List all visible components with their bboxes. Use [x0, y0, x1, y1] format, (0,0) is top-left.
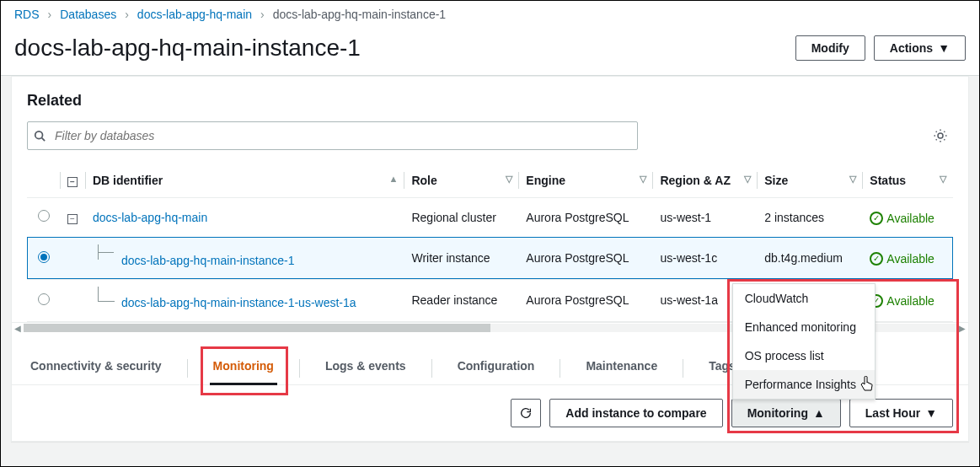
col-engine[interactable]: Engine▽ — [519, 164, 653, 198]
cell-engine: Aurora PostgreSQL — [519, 279, 653, 321]
tab-monitoring[interactable]: Monitoring — [210, 352, 277, 384]
tab-separator — [187, 359, 188, 378]
db-identifier-link[interactable]: docs-lab-apg-hq-main-instance-1-us-west-… — [121, 296, 356, 309]
gear-icon[interactable] — [933, 128, 953, 143]
cell-role: Reader instance — [404, 279, 519, 321]
sort-icon: ▽ — [506, 174, 512, 185]
modify-button[interactable]: Modify — [795, 35, 865, 61]
caret-up-icon: ▲ — [813, 406, 825, 420]
caret-down-icon: ▼ — [938, 41, 950, 55]
cell-engine: Aurora PostgreSQL — [519, 237, 653, 279]
cell-role: Writer instance — [404, 237, 519, 279]
row-radio[interactable] — [38, 251, 50, 263]
tab-configuration[interactable]: Configuration — [454, 352, 538, 384]
db-identifier-link[interactable]: docs-lab-apg-hq-main-instance-1 — [121, 254, 294, 267]
breadcrumb-rds[interactable]: RDS — [14, 8, 40, 21]
row-radio[interactable] — [38, 293, 50, 305]
col-status[interactable]: Status▽ — [863, 164, 953, 198]
scroll-left-icon[interactable]: ◀ — [12, 324, 24, 333]
cell-size: db.t4g.medium — [758, 237, 863, 279]
menu-item-cloudwatch[interactable]: CloudWatch — [733, 284, 875, 313]
tab-separator — [299, 359, 300, 378]
row-radio[interactable] — [38, 210, 50, 222]
sort-icon: ▽ — [640, 174, 646, 185]
collapse-all-icon[interactable]: − — [67, 177, 78, 187]
chevron-right-icon: › — [260, 8, 265, 21]
col-db-identifier[interactable]: DB identifier▲ — [86, 164, 404, 198]
breadcrumb-cluster[interactable]: docs-lab-apg-hq-main — [137, 8, 252, 21]
check-circle-icon: ✓ — [870, 252, 883, 266]
breadcrumb: RDS › Databases › docs-lab-apg-hq-main ›… — [1, 1, 979, 28]
menu-item-enhanced-monitoring[interactable]: Enhanced monitoring — [733, 313, 875, 341]
tab-separator — [560, 359, 560, 378]
filter-databases-input[interactable] — [27, 121, 638, 150]
monitoring-dropdown-button[interactable]: Monitoring ▲ — [731, 399, 841, 427]
check-circle-icon: ✓ — [870, 212, 883, 225]
page-title: docs-lab-apg-hq-main-instance-1 — [14, 35, 361, 62]
sort-icon: ▽ — [940, 174, 946, 185]
tab-maintenance[interactable]: Maintenance — [582, 352, 661, 384]
chevron-right-icon: › — [125, 8, 129, 21]
tab-logs-events[interactable]: Logs & events — [322, 352, 410, 384]
svg-line-1 — [42, 138, 46, 142]
chevron-right-icon: › — [48, 8, 52, 21]
sort-icon: ▽ — [744, 174, 751, 185]
menu-item-performance-insights[interactable]: Performance Insights — [733, 370, 875, 399]
tab-connectivity-security[interactable]: Connectivity & security — [27, 352, 165, 384]
cell-role: Regional cluster — [404, 198, 519, 238]
svg-point-0 — [35, 132, 43, 139]
status-badge: ✓Available — [870, 212, 934, 225]
table-row[interactable]: docs-lab-apg-hq-main-instance-1Writer in… — [27, 237, 953, 279]
col-region-az[interactable]: Region & AZ▽ — [653, 164, 758, 198]
search-icon — [34, 130, 46, 142]
time-range-button[interactable]: Last Hour▼ — [849, 399, 953, 427]
cell-size: 2 instances — [758, 198, 863, 238]
table-row[interactable]: −docs-lab-apg-hq-mainRegional clusterAur… — [27, 198, 953, 238]
db-identifier-link[interactable]: docs-lab-apg-hq-main — [93, 211, 207, 224]
monitoring-menu: CloudWatchEnhanced monitoringOS process … — [732, 283, 876, 400]
related-heading: Related — [27, 92, 953, 110]
col-size[interactable]: Size▽ — [758, 164, 863, 198]
tab-separator — [431, 359, 432, 378]
sort-asc-icon: ▲ — [389, 174, 399, 184]
col-role[interactable]: Role▽ — [404, 164, 519, 198]
collapse-icon[interactable]: − — [67, 214, 78, 224]
cell-az: us-west-1 — [653, 198, 758, 238]
scroll-right-icon[interactable]: ▶ — [956, 324, 968, 333]
status-badge: ✓Available — [870, 252, 934, 266]
actions-button[interactable]: Actions ▼ — [874, 35, 966, 61]
add-instance-compare-button[interactable]: Add instance to compare — [549, 399, 722, 427]
caret-down-icon: ▼ — [925, 406, 937, 420]
breadcrumb-current: docs-lab-apg-hq-main-instance-1 — [273, 8, 446, 21]
refresh-button[interactable] — [511, 399, 541, 427]
menu-item-os-process-list[interactable]: OS process list — [733, 341, 875, 370]
tab-separator — [683, 359, 683, 378]
breadcrumb-databases[interactable]: Databases — [60, 8, 116, 21]
sort-icon: ▽ — [849, 174, 856, 185]
cell-engine: Aurora PostgreSQL — [519, 198, 653, 238]
cell-az: us-west-1c — [653, 237, 758, 279]
status-badge: ✓Available — [870, 294, 934, 308]
